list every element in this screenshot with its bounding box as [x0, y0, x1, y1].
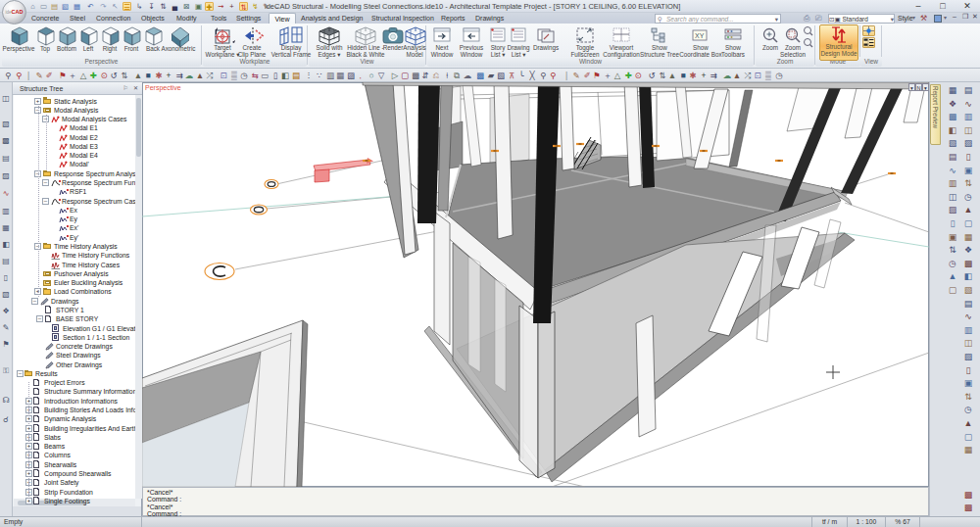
- svg-text:XY: XY: [695, 32, 705, 39]
